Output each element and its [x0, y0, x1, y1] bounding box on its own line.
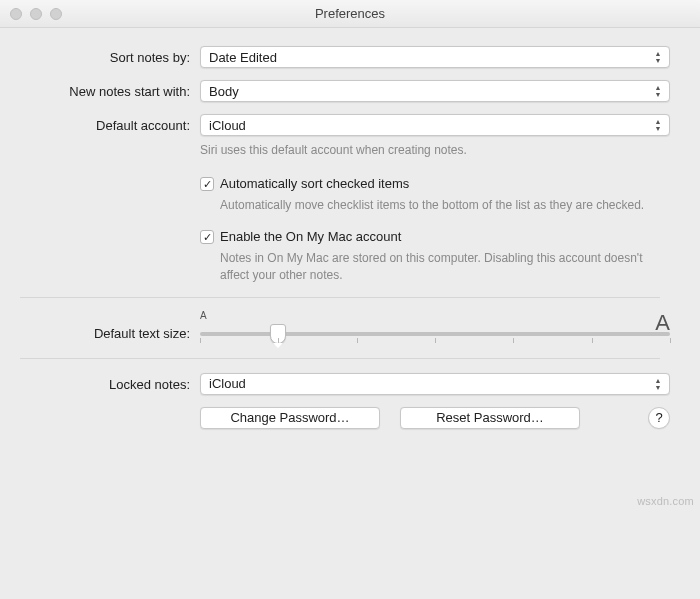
updown-icon: ▲▼	[651, 83, 665, 99]
default-account-select[interactable]: iCloud ▲▼	[200, 114, 670, 136]
updown-icon: ▲▼	[651, 376, 665, 392]
titlebar: Preferences	[0, 0, 700, 28]
sort-notes-label: Sort notes by:	[0, 46, 200, 65]
locked-notes-select[interactable]: iCloud ▲▼	[200, 373, 670, 395]
default-account-desc: Siri uses this default account when crea…	[200, 142, 670, 158]
reset-password-button[interactable]: Reset Password…	[400, 407, 580, 429]
change-password-button[interactable]: Change Password…	[200, 407, 380, 429]
default-account-value: iCloud	[209, 118, 246, 133]
text-size-label: Default text size:	[0, 314, 200, 341]
watermark: wsxdn.com	[637, 495, 694, 507]
auto-sort-label: Automatically sort checked items	[220, 176, 409, 191]
on-my-mac-checkbox[interactable]: ✓	[200, 230, 214, 244]
sort-notes-select[interactable]: Date Edited ▲▼	[200, 46, 670, 68]
divider	[20, 358, 660, 359]
help-button[interactable]: ?	[648, 407, 670, 429]
sort-notes-value: Date Edited	[209, 50, 277, 65]
auto-sort-desc: Automatically move checklist items to th…	[220, 197, 670, 213]
slider-ticks	[200, 338, 670, 344]
on-my-mac-label: Enable the On My Mac account	[220, 229, 401, 244]
new-notes-value: Body	[209, 84, 239, 99]
text-size-slider[interactable]: A A	[200, 312, 670, 344]
preferences-content: Sort notes by: Date Edited ▲▼ New notes …	[0, 28, 700, 459]
on-my-mac-desc: Notes in On My Mac are stored on this co…	[220, 250, 670, 282]
default-account-label: Default account:	[0, 114, 200, 133]
window-title: Preferences	[0, 6, 700, 21]
locked-notes-value: iCloud	[209, 376, 246, 391]
updown-icon: ▲▼	[651, 49, 665, 65]
divider	[20, 297, 660, 298]
updown-icon: ▲▼	[651, 117, 665, 133]
slider-track[interactable]	[200, 332, 670, 336]
locked-notes-label: Locked notes:	[0, 373, 200, 392]
auto-sort-checkbox[interactable]: ✓	[200, 177, 214, 191]
new-notes-label: New notes start with:	[0, 80, 200, 99]
new-notes-select[interactable]: Body ▲▼	[200, 80, 670, 102]
